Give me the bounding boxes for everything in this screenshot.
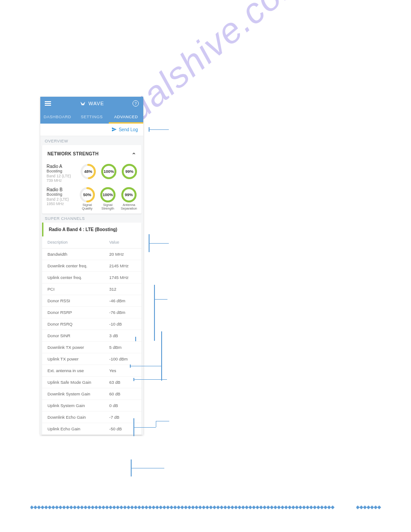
tab-advanced[interactable]: ADVANCED (109, 110, 143, 124)
col-description: Description (47, 240, 109, 245)
send-log-button[interactable]: Send Log (119, 127, 138, 132)
row-value: 5 dBm (109, 345, 136, 350)
row-value: 312 (109, 287, 136, 292)
tab-bar: DASHBOARD SETTINGS ADVANCED (40, 110, 143, 124)
row-value: 3 dB (109, 333, 136, 338)
row-description: Ext. antenna in use (47, 368, 109, 373)
card-title: NETWORK STRENGTH (47, 151, 98, 156)
row-value: 60 dB (109, 391, 136, 396)
row-description: Downlink System Gain (47, 391, 109, 396)
row-value: 0 dB (109, 403, 136, 408)
callout-tick (135, 337, 136, 341)
table-row: Donor RSRQ-10 dB (42, 318, 141, 330)
gauge-value: 100% (100, 187, 116, 202)
row-description: Uplink Echo Gain (47, 426, 109, 431)
radio-freq: 739 MHz (47, 178, 77, 183)
table-row: Uplink Safe Mode Gain63 dB (42, 377, 141, 388)
row-value: -100 dBm (109, 356, 136, 361)
gauge-value: 50% (80, 187, 95, 202)
gauge: 50% (80, 187, 95, 202)
callout-line (133, 379, 167, 380)
radio-row: Radio BBoostingBand 2 (LTE)1950 MHz50%Si… (42, 185, 141, 214)
gauge-label: AntennaSeparation (121, 203, 137, 211)
row-description: Downlink Echo Gain (47, 415, 109, 420)
app-header: WAVE ? (40, 97, 143, 110)
table-row: Downlink center freq.2145 MHz (42, 260, 141, 272)
chevron-up-icon[interactable] (132, 150, 136, 158)
radio-name: Radio B (47, 187, 76, 192)
radio-row: Radio ABoostingBand 12 (LTE)739 MHz48%10… (42, 162, 141, 185)
table-row: PCI312 (42, 283, 141, 295)
gauge: 48% (81, 164, 96, 179)
callout-line (131, 468, 164, 468)
radio-band: Band 2 (LTE) (47, 197, 76, 202)
app-logo-icon (79, 100, 86, 107)
gauge-label: SignalStrength (102, 203, 114, 211)
row-value: -76 dBm (109, 310, 136, 315)
row-value: -10 dB (109, 322, 136, 326)
menu-icon[interactable] (45, 101, 51, 106)
row-value: 63 dB (109, 380, 136, 385)
tab-settings[interactable]: SETTINGS (75, 110, 109, 124)
row-description: Donor RSRQ (47, 322, 109, 326)
row-description: Uplink center freq. (47, 275, 109, 280)
radio-status: Boosting (47, 169, 77, 173)
callout-line (156, 421, 156, 427)
gauge: 100% (100, 187, 116, 202)
callout-line (133, 427, 156, 428)
gauge: 100% (101, 164, 116, 179)
callout-tick (154, 285, 155, 341)
radio-band: Band 12 (LTE) (47, 174, 77, 178)
callout-line (156, 421, 169, 421)
row-description: Uplink Safe Mode Gain (47, 380, 109, 385)
table-row: Uplink Echo Gain-50 dB (42, 423, 141, 435)
row-description: Bandwidth (47, 252, 109, 257)
send-icon[interactable] (111, 126, 117, 134)
radio-status: Boosting (47, 192, 76, 197)
card-header[interactable]: NETWORK STRENGTH (42, 145, 141, 162)
radio-freq: 1950 MHz (47, 202, 76, 206)
gauge-value: 48% (81, 164, 96, 179)
row-description: Donor SINR (47, 333, 109, 338)
table-row: Donor RSRP-76 dBm (42, 307, 141, 318)
row-value: 2145 MHz (109, 263, 136, 268)
row-description: Downlink center freq. (47, 263, 109, 268)
row-description: Uplink System Gain (47, 403, 109, 408)
table-row: Uplink center freq.1745 MHz (42, 272, 141, 283)
gauge-value: 100% (101, 164, 116, 179)
table-row: Downlink System Gain60 dB (42, 388, 141, 400)
row-description: Uplink TX power (47, 356, 109, 361)
table-row: Uplink TX power-100 dBm (42, 353, 141, 365)
gauge: 99% (121, 187, 137, 202)
row-value: 1745 MHz (109, 275, 136, 280)
diamond-border (356, 505, 381, 510)
table-row: Donor RSSI-46 dBm (42, 295, 141, 307)
diamond-border (30, 505, 335, 510)
app-title: WAVE (79, 100, 104, 107)
callout-line (149, 243, 169, 244)
tab-dashboard[interactable]: DASHBOARD (40, 110, 75, 124)
overview-label: OVERVIEW (40, 136, 143, 145)
gauge: 99% (122, 164, 137, 179)
table-body: Bandwidth20 MHzDownlink center freq.2145… (42, 249, 141, 435)
row-value: -50 dB (109, 426, 136, 431)
row-value: 20 MHz (109, 252, 136, 257)
table-row: Downlink Echo Gain-7 dB (42, 412, 141, 423)
network-strength-card: NETWORK STRENGTH Radio ABoostingBand 12 … (42, 145, 141, 214)
table-row: Uplink System Gain0 dB (42, 400, 141, 412)
row-value: -46 dBm (109, 298, 136, 303)
callout-line (130, 366, 161, 366)
channel-header[interactable]: Radio A Band 4 : LTE (Boosting) (42, 223, 141, 236)
callout-line (154, 299, 167, 300)
row-description: Donor RSSI (47, 298, 109, 303)
table-row: Ext. antenna in useYes (42, 365, 141, 377)
row-description: PCI (47, 287, 109, 292)
table-head: Description Value (42, 236, 141, 249)
help-icon[interactable]: ? (133, 100, 139, 107)
gauge-value: 99% (121, 187, 137, 202)
super-channels-label: SUPER CHANNELS (40, 214, 143, 223)
col-value: Value (109, 240, 136, 245)
gauge-value: 99% (122, 164, 137, 179)
row-description: Donor RSRP (47, 310, 109, 315)
table-row: Bandwidth20 MHz (42, 249, 141, 260)
